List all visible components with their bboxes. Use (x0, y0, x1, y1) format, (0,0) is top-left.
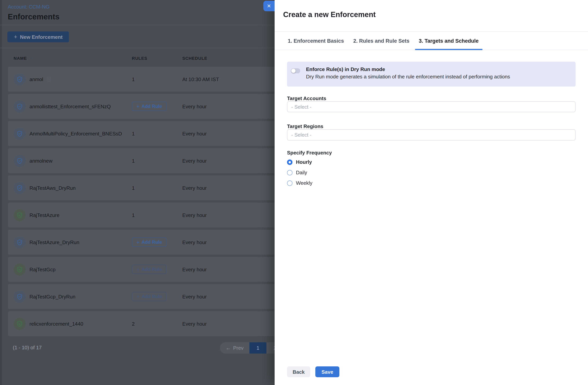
shield-check-icon (14, 263, 26, 275)
pagination: ← Prev 1 2 (220, 342, 284, 354)
left-edge-strip (0, 0, 2, 385)
screen: Account: CCM-NG Enforcements + New Enfor… (0, 0, 588, 385)
table-row[interactable]: RajTestGcp + Add Rule Every hour (8, 257, 295, 282)
row-name-cell: RajTestGcp (14, 263, 132, 275)
plus-icon: + (136, 266, 139, 272)
sort-caret-icon[interactable]: ▼ (30, 56, 33, 60)
tab-targets-and-schedule[interactable]: 3. Targets and Schedule (415, 32, 483, 50)
close-icon[interactable]: ✕ (263, 1, 275, 11)
target-accounts-select[interactable] (287, 101, 576, 112)
row-rules-cell: 1 (132, 158, 182, 164)
row-name-cell: RajTestGcp_DryRun (14, 291, 132, 302)
shield-check-icon (14, 209, 26, 221)
row-name-cell: AnmolMultiPolicy_Enforcement_BNESsD (14, 128, 132, 139)
shield-check-icon (14, 236, 26, 248)
new-enforcement-button[interactable]: + New Enforcement (7, 31, 69, 42)
shield-check-icon (14, 155, 26, 167)
radio-icon[interactable] (287, 180, 293, 186)
drawer-tabs: 1. Enforcement Basics 2. Rules and Rule … (275, 32, 588, 50)
new-enforcement-label: New Enforcement (20, 34, 63, 40)
rules-count: 1 (132, 185, 135, 191)
save-button[interactable]: Save (315, 366, 339, 377)
target-accounts-label: Target Accounts (287, 95, 576, 101)
table-row[interactable]: RajTestAzure_DryRun + Add Rule Every hou… (8, 230, 295, 255)
pagination-page-1[interactable]: 1 (249, 342, 267, 354)
create-enforcement-drawer: ✕ Create a new Enforcement 1. Enforcemen… (275, 0, 588, 385)
table-row[interactable]: anmolnew 1 Every hour (8, 148, 295, 173)
specify-frequency-label: Specify Frequency (287, 150, 576, 156)
target-regions-select[interactable] (287, 129, 576, 140)
shield-check-icon (14, 128, 26, 139)
target-regions-label: Target Regions (287, 123, 576, 129)
tab-rules-and-rule-sets[interactable]: 2. Rules and Rule Sets (349, 32, 414, 50)
row-rules-cell: + Add Rule (132, 292, 182, 301)
shield-check-icon (14, 100, 26, 112)
table-row[interactable]: anmol 1 At 10:30 AM IST (8, 67, 295, 91)
add-rule-button[interactable]: + Add Rule (132, 292, 166, 301)
dry-run-toggle[interactable] (291, 68, 300, 73)
enforcement-name: RajTestAzure_DryRun (29, 239, 79, 245)
plus-icon: + (14, 33, 17, 40)
pagination-prev-button[interactable]: ← Prev (220, 342, 249, 354)
frequency-option-daily[interactable]: Daily (287, 170, 576, 175)
shield-check-icon (14, 73, 26, 85)
drawer-footer: Back Save (287, 366, 339, 377)
frequency-option-weekly[interactable]: Weekly (287, 180, 576, 186)
row-name-cell: RajTestAzure_DryRun (14, 236, 132, 248)
plus-icon: + (136, 239, 139, 245)
enforcement-name: anmollisttest_Enforcement_sFENzQ (29, 103, 111, 109)
row-name-cell: anmolnew (14, 155, 132, 167)
row-name-cell: relicxenforcement_1440 (14, 318, 132, 330)
row-name-cell: RajTestAws_DryRun (14, 182, 132, 194)
rules-count: 1 (132, 158, 135, 164)
add-rule-button[interactable]: + Add Rule (132, 238, 166, 247)
row-name-cell: anmollisttest_Enforcement_sFENzQ (14, 100, 132, 112)
radio-icon[interactable] (287, 159, 293, 165)
enforcement-name: RajTestAzure (29, 212, 60, 218)
enforcement-list: anmol 1 At 10:30 AM IST anmollisttest_En… (8, 67, 295, 339)
account-breadcrumb[interactable]: Account: CCM-NG (8, 4, 60, 10)
pagination-range: (1 - 10) of 17 (13, 345, 42, 350)
row-rules-cell: 1 (132, 185, 182, 191)
back-button[interactable]: Back (287, 366, 310, 377)
arrow-left-icon: ← (226, 345, 231, 351)
row-rules-cell: + Add Rule (132, 238, 182, 247)
frequency-option-hourly[interactable]: Hourly (287, 159, 576, 165)
table-row[interactable]: AnmolMultiPolicy_Enforcement_BNESsD 1 Ev… (8, 121, 295, 146)
dry-run-texts: Enforce Rule(s) in Dry Run mode Dry Run … (306, 62, 576, 80)
plus-icon: + (136, 103, 139, 110)
note-icon[interactable] (47, 77, 51, 82)
row-name-cell: RajTestAzure (14, 209, 132, 221)
row-name-cell: anmol (14, 73, 132, 85)
add-rule-button[interactable]: + Add Rule (132, 265, 166, 274)
shield-check-icon (14, 182, 26, 194)
column-header-name[interactable]: NAME ▼ (14, 56, 132, 61)
shield-check-icon (14, 291, 26, 302)
enforcement-name: RajTestGcp_DryRun (29, 294, 75, 299)
rules-count: 1 (132, 131, 135, 136)
radio-icon[interactable] (287, 170, 293, 175)
table-row[interactable]: RajTestAzure 1 Every hour (8, 203, 295, 227)
enforcement-name: RajTestAws_DryRun (29, 185, 76, 191)
rules-count: 1 (132, 212, 135, 218)
tab-enforcement-basics[interactable]: 1. Enforcement Basics (284, 32, 348, 50)
dry-run-description: Dry Run mode generates a simulation of t… (306, 74, 576, 80)
rules-count: 2 (132, 321, 135, 327)
plus-icon: + (136, 294, 139, 300)
table-row[interactable]: RajTestAws_DryRun 1 Every hour (8, 175, 295, 200)
enforcement-name: anmolnew (29, 158, 53, 164)
table-row[interactable]: relicxenforcement_1440 2 Every hour (8, 311, 295, 336)
page-header: Account: CCM-NG Enforcements (8, 4, 60, 21)
drawer-header: Create a new Enforcement (275, 0, 588, 32)
table-row[interactable]: RajTestGcp_DryRun + Add Rule Every hour (8, 284, 295, 309)
enforcement-name: AnmolMultiPolicy_Enforcement_BNESsD (29, 131, 122, 136)
enforcement-name: anmol (29, 76, 43, 82)
table-row[interactable]: anmollisttest_Enforcement_sFENzQ + Add R… (8, 94, 295, 119)
enforcement-name: relicxenforcement_1440 (29, 321, 84, 327)
row-rules-cell: 1 (132, 131, 182, 136)
add-rule-button[interactable]: + Add Rule (132, 102, 166, 111)
drawer-body: Enforce Rule(s) in Dry Run mode Dry Run … (275, 50, 588, 186)
rules-count: 1 (132, 76, 135, 82)
row-rules-cell: 1 (132, 212, 182, 218)
dry-run-title: Enforce Rule(s) in Dry Run mode (306, 66, 576, 72)
